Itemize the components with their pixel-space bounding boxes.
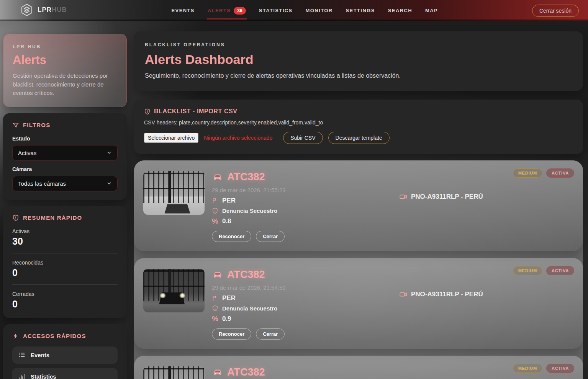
acknowledge-button[interactable]: Reconocer: [212, 328, 251, 340]
camara-label: Cámara: [12, 166, 118, 172]
alerts-list: ATC382 29 de mar de 2026, 21:55:23 PER D…: [134, 160, 583, 379]
filters-card: FILTROS Estado Activas Cámara Todas las …: [3, 113, 127, 200]
close-alert-button[interactable]: Cerrar: [256, 231, 285, 242]
hexagon-layers-icon: [20, 3, 34, 17]
nav-label: MONITOR: [306, 8, 333, 13]
confidence-row: % 0.8: [212, 217, 392, 225]
import-csv-title: BLACKLIST - IMPORT CSV: [144, 108, 573, 115]
filters-title: FILTROS: [12, 122, 118, 129]
shield-alert-icon: [212, 207, 218, 214]
snapshot-headlight-detail: [179, 293, 186, 298]
camera-info: PNO-A9311RLP - PERÚ: [399, 290, 483, 299]
divider: [12, 284, 118, 285]
alert-card: ATC382 29 de mar de 2026, 21:30:03 PER D…: [134, 356, 583, 379]
car-icon: [212, 269, 223, 281]
alerts-count-badge: 36: [234, 7, 246, 15]
nav-item-search[interactable]: SEARCH: [388, 8, 412, 13]
video-camera-icon: [399, 193, 408, 201]
nav-item-events[interactable]: EVENTS: [171, 8, 194, 13]
flag-icon: [212, 295, 218, 302]
upload-csv-button[interactable]: Subir CSV: [283, 132, 323, 144]
confidence-row: % 0.9: [212, 315, 392, 323]
camara-select[interactable]: Todas las cámaras: [12, 176, 118, 191]
alert-actions: Reconocer Cerrar: [212, 231, 392, 242]
nav-label: SETTINGS: [346, 8, 375, 13]
reason-text: Denuncia Secuestro: [222, 305, 277, 312]
snapshot-headlight-detail: [159, 293, 166, 298]
car-icon: [212, 367, 223, 378]
plate-number: ATC382: [227, 171, 265, 183]
camara-selected-value: Todas las cámaras: [18, 180, 66, 187]
estado-selected-value: Activas: [18, 150, 36, 156]
alert-snapshot-image: [143, 366, 205, 379]
page-title: Alerts Dashboard: [145, 52, 572, 67]
chevron-down-icon: [106, 181, 112, 186]
alert-card: ATC382 29 de mar de 2026, 21:55:23 PER D…: [134, 160, 583, 251]
reason-row: Denuncia Secuestro: [212, 207, 392, 214]
severity-badge: MEDIUM: [513, 266, 542, 275]
bar-chart-icon: [18, 373, 25, 379]
confidence-value: 0.8: [222, 217, 231, 225]
quick-link-events[interactable]: Events: [12, 346, 118, 364]
snapshot-gate-detail: [169, 171, 171, 203]
import-csv-card: BLACKLIST - IMPORT CSV CSV headers: plat…: [134, 100, 583, 154]
stat-reconocidas: Reconocidas 0: [12, 260, 118, 278]
hero-overline: LPR HUB: [13, 44, 117, 49]
page-overline: BLACKLIST OPERATIONS: [145, 42, 572, 47]
hero-description: Gestión operativa de detecciones por bla…: [13, 72, 117, 98]
brand: LPRHUB: [20, 3, 67, 17]
plate-number: ATC382: [227, 366, 265, 378]
quick-access-title: ACCESOS RÁPIDOS: [12, 333, 118, 340]
nav-label: SEARCH: [388, 8, 412, 13]
logout-button[interactable]: Cerrar sesión: [532, 5, 579, 17]
nav-item-monitor[interactable]: MONITOR: [306, 8, 333, 13]
page-header-card: BLACKLIST OPERATIONS Alerts Dashboard Se…: [134, 31, 583, 91]
country-code: PER: [222, 197, 236, 204]
top-bar: LPRHUB EVENTS ALERTS 36 STATISTICS MONIT…: [0, 0, 588, 21]
funnel-icon: [12, 122, 19, 129]
main-content: BLACKLIST OPERATIONS Alerts Dashboard Se…: [134, 31, 583, 379]
file-picker-button[interactable]: Seleccionar archivo: [144, 133, 198, 143]
alert-timestamp: 29 de mar de 2026, 21:55:23: [212, 187, 392, 193]
alert-actions: Reconocer Cerrar: [212, 328, 392, 340]
status-badge: ACTIVA: [546, 266, 574, 275]
alert-timestamp: 29 de mar de 2026, 21:54:51: [212, 284, 392, 291]
shield-alert-icon: [212, 305, 218, 312]
plate-row: ATC382: [212, 171, 392, 183]
brand-name: LPRHUB: [38, 6, 67, 14]
severity-badge: MEDIUM: [513, 364, 542, 373]
acknowledge-button[interactable]: Reconocer: [212, 231, 251, 242]
alert-details: ATC382 29 de mar de 2026, 21:54:51 PER D…: [212, 269, 392, 340]
alert-details: ATC382 29 de mar de 2026, 21:30:03 PER D…: [212, 366, 392, 379]
sidebar: LPR HUB Alerts Gestión operativa de dete…: [3, 34, 127, 379]
download-template-button[interactable]: Descargar template: [328, 132, 390, 144]
nav-item-settings[interactable]: SETTINGS: [346, 8, 375, 13]
list-icon: [18, 351, 25, 358]
reason-text: Denuncia Secuestro: [222, 207, 277, 214]
alert-snapshot-image: [143, 269, 205, 312]
nav-item-map[interactable]: MAP: [425, 8, 438, 13]
status-badge: ACTIVA: [546, 168, 574, 178]
percent-icon: %: [212, 315, 218, 323]
country-row: PER: [212, 197, 392, 204]
shield-alert-icon: [144, 108, 151, 115]
stat-cerradas: Cerradas 0: [12, 291, 118, 310]
percent-icon: %: [212, 217, 218, 225]
alert-snapshot-image: [143, 171, 205, 215]
reason-row: Denuncia Secuestro: [212, 305, 392, 312]
estado-select[interactable]: Activas: [12, 145, 118, 161]
snapshot-gate-detail: [169, 366, 171, 379]
alert-card: ATC382 29 de mar de 2026, 21:54:51 PER D…: [134, 258, 583, 349]
stat-activas: Activas 30: [12, 228, 118, 247]
plate-row: ATC382: [212, 366, 392, 378]
close-alert-button[interactable]: Cerrar: [256, 328, 285, 340]
nav-label: MAP: [425, 8, 438, 13]
csv-actions-row: Seleccionar archivo Ningún archivo selec…: [144, 132, 573, 144]
shield-alert-icon: [12, 214, 19, 221]
nav-item-statistics[interactable]: STATISTICS: [259, 8, 293, 13]
nav-label: ALERTS: [208, 8, 231, 13]
quick-link-statistics[interactable]: Statistics: [12, 368, 118, 379]
nav-item-alerts[interactable]: ALERTS 36: [208, 7, 246, 15]
chevron-down-icon: [106, 150, 112, 155]
hero-title: Alerts: [13, 53, 117, 67]
